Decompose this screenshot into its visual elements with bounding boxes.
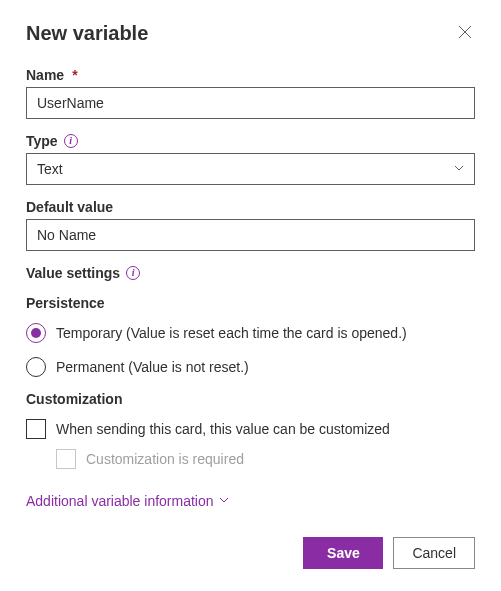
close-icon xyxy=(458,25,472,42)
save-button[interactable]: Save xyxy=(303,537,383,569)
checkbox-allow-customization[interactable]: When sending this card, this value can b… xyxy=(26,419,475,439)
value-settings-heading: Value settings i xyxy=(26,265,475,281)
dialog-title: New variable xyxy=(26,22,148,45)
name-label: Name* xyxy=(26,67,475,83)
checkbox-icon xyxy=(26,419,46,439)
close-button[interactable] xyxy=(455,24,475,44)
radio-label: Permanent (Value is not reset.) xyxy=(56,359,249,375)
radio-temporary[interactable]: Temporary (Value is reset each time the … xyxy=(26,323,475,343)
checkbox-customization-required: Customization is required xyxy=(56,449,475,469)
type-select[interactable]: Text xyxy=(26,153,475,185)
cancel-button[interactable]: Cancel xyxy=(393,537,475,569)
customization-heading: Customization xyxy=(26,391,475,407)
info-icon[interactable]: i xyxy=(64,134,78,148)
radio-label: Temporary (Value is reset each time the … xyxy=(56,325,407,341)
radio-permanent[interactable]: Permanent (Value is not reset.) xyxy=(26,357,475,377)
required-asterisk: * xyxy=(72,67,77,83)
persistence-heading: Persistence xyxy=(26,295,475,311)
default-value-input[interactable] xyxy=(26,219,475,251)
type-label: Type i xyxy=(26,133,475,149)
info-icon[interactable]: i xyxy=(126,266,140,280)
radio-icon xyxy=(26,323,46,343)
chevron-down-icon xyxy=(218,493,230,509)
default-value-label: Default value xyxy=(26,199,475,215)
checkbox-icon xyxy=(56,449,76,469)
additional-info-expander[interactable]: Additional variable information xyxy=(26,493,230,509)
checkbox-label: Customization is required xyxy=(86,451,244,467)
name-input[interactable] xyxy=(26,87,475,119)
radio-icon xyxy=(26,357,46,377)
checkbox-label: When sending this card, this value can b… xyxy=(56,421,390,437)
